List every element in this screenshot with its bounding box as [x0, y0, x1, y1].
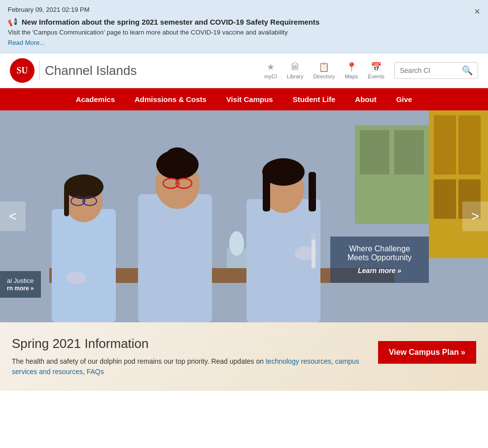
- info-section-title: Spring 2021 Information: [12, 336, 368, 351]
- slide-left-caption: al Justice rn more »: [0, 271, 41, 298]
- svg-rect-14: [52, 209, 116, 322]
- star-icon: ★: [267, 62, 275, 72]
- svg-rect-8: [394, 130, 424, 174]
- svg-rect-3: [458, 115, 481, 174]
- svg-rect-7: [360, 130, 389, 174]
- view-campus-plan-button[interactable]: View Campus Plan »: [378, 341, 476, 364]
- library-icon: 🏛: [291, 62, 300, 72]
- alert-icon: 📢: [8, 17, 18, 27]
- svg-rect-2: [434, 115, 456, 174]
- svg-point-16: [64, 174, 104, 199]
- info-cta: View Campus Plan »: [378, 336, 476, 364]
- search-input[interactable]: [400, 67, 459, 74]
- svg-rect-35: [312, 239, 315, 268]
- svg-point-25: [165, 147, 190, 167]
- nav-visit[interactable]: Visit Campus: [216, 88, 283, 110]
- main-nav: Academics Admissions & Costs Visit Campu…: [0, 88, 488, 110]
- maps-icon: 📍: [346, 62, 357, 72]
- logo-divider: [39, 61, 40, 80]
- header-nav-directory[interactable]: 📋 Directory: [313, 62, 335, 79]
- info-text: Spring 2021 Information The health and s…: [12, 336, 368, 377]
- svg-rect-22: [138, 194, 212, 322]
- nav-about[interactable]: About: [345, 88, 386, 110]
- header-nav: ★ myCI 🏛 Library 📋 Directory 📍 Maps 📅 Ev…: [264, 62, 384, 79]
- header-nav-library[interactable]: 🏛 Library: [287, 62, 304, 79]
- info-section: Spring 2021 Information The health and s…: [0, 322, 488, 391]
- alert-date: February 09, 2021 02:19 PM: [8, 6, 480, 13]
- svg-rect-32: [263, 172, 270, 211]
- svg-point-36: [311, 232, 316, 240]
- header-nav-maps-label: Maps: [345, 73, 358, 79]
- faqs-link[interactable]: FAQs: [87, 368, 104, 376]
- svg-rect-17: [64, 187, 69, 216]
- nav-student-life[interactable]: Student Life: [283, 88, 346, 110]
- nav-admissions[interactable]: Admissions & Costs: [125, 88, 216, 110]
- slide-left-caption-link[interactable]: rn more »: [7, 285, 34, 292]
- search-area: 🔍: [394, 62, 478, 79]
- svg-rect-4: [434, 179, 456, 219]
- logo-area: SU Channel Islands: [10, 58, 264, 83]
- directory-icon: 📋: [318, 62, 329, 72]
- svg-rect-33: [309, 172, 316, 211]
- alert-title-row: 📢 New Information about the spring 2021 …: [8, 17, 480, 27]
- slide-caption: Where Challenge Meets Opportunity Learn …: [330, 237, 429, 283]
- info-body-text: The health and safety of our dolphin pod…: [12, 357, 266, 365]
- site-name: Channel Islands: [45, 63, 137, 78]
- header-nav-myci[interactable]: ★ myCI: [264, 62, 277, 79]
- tech-resources-link[interactable]: technology resources: [266, 357, 331, 365]
- alert-close-button[interactable]: ×: [474, 6, 480, 17]
- slide-caption-title: Where Challenge Meets Opportunity: [340, 244, 419, 262]
- header-nav-myci-label: myCI: [264, 73, 277, 79]
- alert-title: New Information about the spring 2021 se…: [22, 18, 319, 26]
- slider-prev-button[interactable]: <: [0, 202, 26, 231]
- slide-left-caption-text: al Justice: [7, 277, 34, 284]
- logo-circle[interactable]: SU: [10, 58, 35, 83]
- alert-banner: February 09, 2021 02:19 PM × 📢 New Infor…: [0, 0, 488, 53]
- alert-body: Visit the 'Campus Communication' page to…: [8, 29, 480, 36]
- hero-svg: [0, 110, 488, 322]
- events-icon: 📅: [371, 62, 382, 72]
- hero-background: [0, 110, 488, 322]
- svg-point-21: [67, 272, 86, 284]
- svg-rect-29: [246, 199, 320, 322]
- header-nav-events[interactable]: 📅 Events: [368, 62, 384, 79]
- hero-slider: < > al Justice rn more » Where Challenge…: [0, 110, 488, 322]
- svg-point-11: [229, 231, 244, 256]
- alert-read-more-link[interactable]: Read More...: [8, 39, 45, 46]
- nav-give[interactable]: Give: [386, 88, 422, 110]
- header-nav-directory-label: Directory: [313, 73, 335, 79]
- site-header: SU Channel Islands ★ myCI 🏛 Library 📋 Di…: [0, 53, 488, 88]
- search-icon[interactable]: 🔍: [462, 65, 473, 76]
- header-nav-maps[interactable]: 📍 Maps: [345, 62, 358, 79]
- slide-caption-link[interactable]: Learn more »: [358, 267, 401, 275]
- info-section-body: The health and safety of our dolphin pod…: [12, 356, 368, 377]
- header-nav-events-label: Events: [368, 73, 384, 79]
- slider-next-button[interactable]: >: [462, 202, 488, 231]
- header-nav-library-label: Library: [287, 73, 304, 79]
- nav-academics[interactable]: Academics: [66, 88, 125, 110]
